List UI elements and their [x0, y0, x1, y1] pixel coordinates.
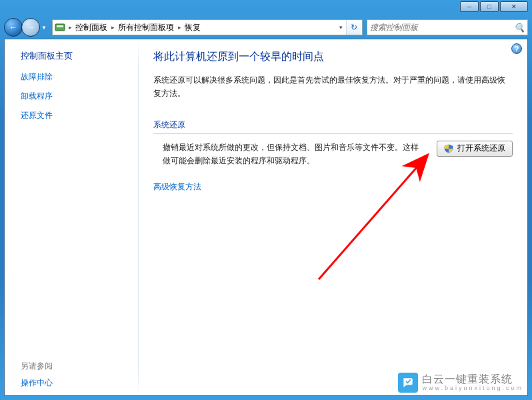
page-title: 将此计算机还原到一个较早的时间点: [153, 50, 513, 64]
see-also-action-center[interactable]: 操作中心: [21, 377, 129, 389]
breadcrumb-dropdown[interactable]: ▾: [335, 24, 346, 31]
svg-rect-1: [57, 25, 63, 27]
chevron-down-icon: ▼: [41, 25, 47, 31]
help-icon[interactable]: ?: [511, 43, 522, 54]
forward-button[interactable]: →: [21, 18, 40, 37]
close-icon: ✕: [511, 4, 517, 10]
svg-line-2: [319, 156, 427, 279]
page-description: 系统还原可以解决很多系统问题，因此是首先尝试的最佳恢复方法。对于严重的问题，请使…: [153, 73, 513, 101]
maximize-icon: □: [487, 4, 491, 10]
sidebar-link-uninstall[interactable]: 卸载程序: [21, 91, 129, 102]
see-also-label: 另请参阅: [21, 361, 129, 372]
window-client: 控制面板主页 故障排除 卸载程序 还原文件 另请参阅 操作中心 ? 将此计算机还…: [4, 39, 528, 396]
section-text: 撤销最近对系统所做的更改，但保持文档、图片和音乐等文件不变。这样做可能会删除最近…: [153, 141, 423, 168]
section-title-system-restore: 系统还原: [153, 119, 513, 134]
breadcrumb-sep: ▸: [109, 24, 117, 31]
advanced-recovery-link[interactable]: 高级恢复方法: [153, 181, 201, 193]
open-system-restore-button[interactable]: 打开系统还原: [437, 141, 513, 157]
nav-buttons: ← → ▼: [4, 18, 48, 37]
search-icon[interactable]: 🔍: [514, 23, 525, 33]
refresh-button[interactable]: ↻: [346, 20, 361, 35]
navigation-bar: ← → ▼ ▸ 控制面板 ▸ 所有控制面板项 ▸ 恢复 ▾ ↻ 🔍: [0, 16, 532, 39]
watermark-logo-icon: [398, 373, 418, 393]
section-row: 撤销最近对系统所做的更改，但保持文档、图片和音乐等文件不变。这样做可能会删除最近…: [153, 141, 513, 168]
content-area: ? 将此计算机还原到一个较早的时间点 系统还原可以解决很多系统问题，因此是首先尝…: [139, 39, 527, 395]
search-box[interactable]: 🔍: [367, 19, 528, 35]
minimize-icon: ─: [467, 4, 471, 10]
breadcrumb-item[interactable]: 控制面板: [74, 22, 109, 33]
minimize-button[interactable]: ─: [460, 1, 479, 12]
window-titlebar: ─ □ ✕: [0, 0, 532, 16]
watermark: 白云一键重装系统 www.baiyunxitong.com: [398, 373, 523, 393]
window-controls: ─ □ ✕: [460, 1, 528, 12]
sidebar-home[interactable]: 控制面板主页: [21, 50, 129, 62]
breadcrumb-sep: ▸: [66, 24, 74, 31]
back-button[interactable]: ←: [4, 18, 23, 37]
nav-history-dropdown[interactable]: ▼: [40, 21, 48, 33]
watermark-cn: 白云一键重装系统: [422, 373, 523, 385]
sidebar-link-restore-files[interactable]: 还原文件: [21, 110, 129, 121]
shield-icon: [444, 144, 453, 153]
sidebar: 控制面板主页 故障排除 卸载程序 还原文件 另请参阅 操作中心: [5, 39, 138, 395]
refresh-icon: ↻: [351, 23, 357, 32]
sidebar-link-troubleshoot[interactable]: 故障排除: [21, 71, 129, 83]
breadcrumb-sep: ▸: [175, 24, 183, 31]
open-system-restore-label: 打开系统还原: [457, 143, 505, 154]
close-button[interactable]: ✕: [500, 1, 528, 12]
watermark-en: www.baiyunxitong.com: [422, 385, 523, 392]
breadcrumb[interactable]: ▸ 控制面板 ▸ 所有控制面板项 ▸ 恢复 ▾ ↻: [52, 19, 363, 35]
forward-icon: →: [27, 23, 35, 32]
maximize-button[interactable]: □: [480, 1, 499, 12]
breadcrumb-item[interactable]: 所有控制面板项: [117, 22, 175, 33]
search-input[interactable]: [370, 23, 514, 32]
control-panel-icon: [54, 21, 66, 33]
watermark-text: 白云一键重装系统 www.baiyunxitong.com: [422, 373, 523, 391]
breadcrumb-item[interactable]: 恢复: [183, 22, 202, 33]
back-icon: ←: [9, 23, 17, 32]
